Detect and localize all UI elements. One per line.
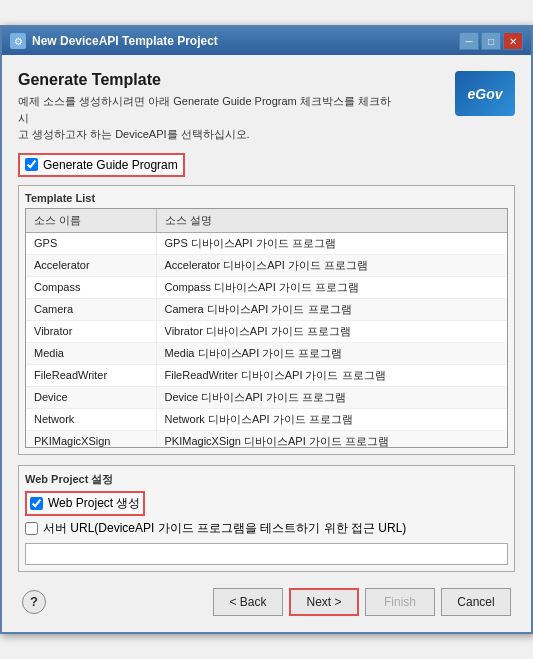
generate-guide-label[interactable]: Generate Guide Program <box>43 158 178 172</box>
minimize-button[interactable]: ─ <box>459 32 479 50</box>
web-project-create-label[interactable]: Web Project 생성 <box>48 495 140 512</box>
web-project-group-label: Web Project 설정 <box>25 472 508 487</box>
template-table-container[interactable]: 소스 이름 소스 설명 GPSGPS 디바이스API 가이드 프로그램Accel… <box>25 208 508 448</box>
section-description: 예제 소스를 생성하시려면 아래 Generate Guide Program … <box>18 93 398 143</box>
template-table: 소스 이름 소스 설명 GPSGPS 디바이스API 가이드 프로그램Accel… <box>26 209 507 448</box>
table-header-row: 소스 이름 소스 설명 <box>26 209 507 233</box>
finish-button[interactable]: Finish <box>365 588 435 616</box>
table-cell-desc: Compass 디바이스API 가이드 프로그램 <box>156 276 507 298</box>
table-cell-desc: Device 디바이스API 가이드 프로그램 <box>156 386 507 408</box>
table-row[interactable]: CompassCompass 디바이스API 가이드 프로그램 <box>26 276 507 298</box>
template-list-group: Template List 소스 이름 소스 설명 GPSGPS 디바이스API… <box>18 185 515 455</box>
table-cell-name: GPS <box>26 232 156 254</box>
table-cell-name: Media <box>26 342 156 364</box>
main-window: ⚙ New DeviceAPI Template Project ─ □ ✕ G… <box>0 25 533 634</box>
col-header-desc: 소스 설명 <box>156 209 507 233</box>
generate-guide-checkbox-row[interactable]: Generate Guide Program <box>18 153 185 177</box>
table-cell-desc: Network 디바이스API 가이드 프로그램 <box>156 408 507 430</box>
egov-logo: eGov <box>455 71 515 116</box>
window-icon: ⚙ <box>10 33 26 49</box>
help-button[interactable]: ? <box>22 590 46 614</box>
table-cell-name: Device <box>26 386 156 408</box>
header-text: Generate Template 예제 소스를 생성하시려면 아래 Gener… <box>18 71 398 143</box>
nav-buttons: < Back Next > Finish Cancel <box>213 588 511 616</box>
table-row[interactable]: MediaMedia 디바이스API 가이드 프로그램 <box>26 342 507 364</box>
table-cell-name: Accelerator <box>26 254 156 276</box>
table-cell-desc: Media 디바이스API 가이드 프로그램 <box>156 342 507 364</box>
table-row[interactable]: VibratorVibrator 디바이스API 가이드 프로그램 <box>26 320 507 342</box>
table-row[interactable]: PKIMagicXSignPKIMagicXSign 디바이스API 가이드 프… <box>26 430 507 448</box>
col-header-name: 소스 이름 <box>26 209 156 233</box>
close-button[interactable]: ✕ <box>503 32 523 50</box>
table-cell-name: Compass <box>26 276 156 298</box>
generate-guide-checkbox[interactable] <box>25 158 38 171</box>
web-project-create-row[interactable]: Web Project 생성 <box>25 491 145 516</box>
next-button[interactable]: Next > <box>289 588 359 616</box>
web-project-group: Web Project 설정 Web Project 생성 서버 URL(Dev… <box>18 465 515 572</box>
table-cell-desc: Camera 디바이스API 가이드 프로그램 <box>156 298 507 320</box>
web-project-create-checkbox[interactable] <box>30 497 43 510</box>
back-button[interactable]: < Back <box>213 588 283 616</box>
table-row[interactable]: FileReadWriterFileReadWriter 디바이스API 가이드… <box>26 364 507 386</box>
table-cell-name: PKIMagicXSign <box>26 430 156 448</box>
table-cell-name: Camera <box>26 298 156 320</box>
table-cell-name: FileReadWriter <box>26 364 156 386</box>
template-list-label: Template List <box>25 192 508 204</box>
table-cell-desc: FileReadWriter 디바이스API 가이드 프로그램 <box>156 364 507 386</box>
title-bar: ⚙ New DeviceAPI Template Project ─ □ ✕ <box>2 27 531 55</box>
url-input[interactable]: http://180.237.239.188:8080 <box>25 543 508 565</box>
table-cell-desc: Accelerator 디바이스API 가이드 프로그램 <box>156 254 507 276</box>
table-row[interactable]: NetworkNetwork 디바이스API 가이드 프로그램 <box>26 408 507 430</box>
table-row[interactable]: CameraCamera 디바이스API 가이드 프로그램 <box>26 298 507 320</box>
table-cell-desc: GPS 디바이스API 가이드 프로그램 <box>156 232 507 254</box>
template-tbody: GPSGPS 디바이스API 가이드 프로그램AcceleratorAccele… <box>26 232 507 448</box>
cancel-button[interactable]: Cancel <box>441 588 511 616</box>
button-bar: ? < Back Next > Finish Cancel <box>18 588 515 616</box>
table-row[interactable]: AcceleratorAccelerator 디바이스API 가이드 프로그램 <box>26 254 507 276</box>
table-cell-desc: Vibrator 디바이스API 가이드 프로그램 <box>156 320 507 342</box>
maximize-button[interactable]: □ <box>481 32 501 50</box>
table-cell-name: Network <box>26 408 156 430</box>
section-header: Generate Template 예제 소스를 생성하시려면 아래 Gener… <box>18 71 515 143</box>
table-cell-desc: PKIMagicXSign 디바이스API 가이드 프로그램 <box>156 430 507 448</box>
title-bar-left: ⚙ New DeviceAPI Template Project <box>10 33 218 49</box>
table-cell-name: Vibrator <box>26 320 156 342</box>
section-title: Generate Template <box>18 71 398 89</box>
server-url-label[interactable]: 서버 URL(DeviceAPI 가이드 프로그램을 테스트하기 위한 접근 U… <box>43 520 406 537</box>
title-bar-controls: ─ □ ✕ <box>459 32 523 50</box>
content-area: Generate Template 예제 소스를 생성하시려면 아래 Gener… <box>2 55 531 632</box>
window-title: New DeviceAPI Template Project <box>32 34 218 48</box>
server-url-checkbox[interactable] <box>25 522 38 535</box>
table-row[interactable]: GPSGPS 디바이스API 가이드 프로그램 <box>26 232 507 254</box>
table-row[interactable]: DeviceDevice 디바이스API 가이드 프로그램 <box>26 386 507 408</box>
server-url-checkbox-row[interactable]: 서버 URL(DeviceAPI 가이드 프로그램을 테스트하기 위한 접근 U… <box>25 520 508 537</box>
